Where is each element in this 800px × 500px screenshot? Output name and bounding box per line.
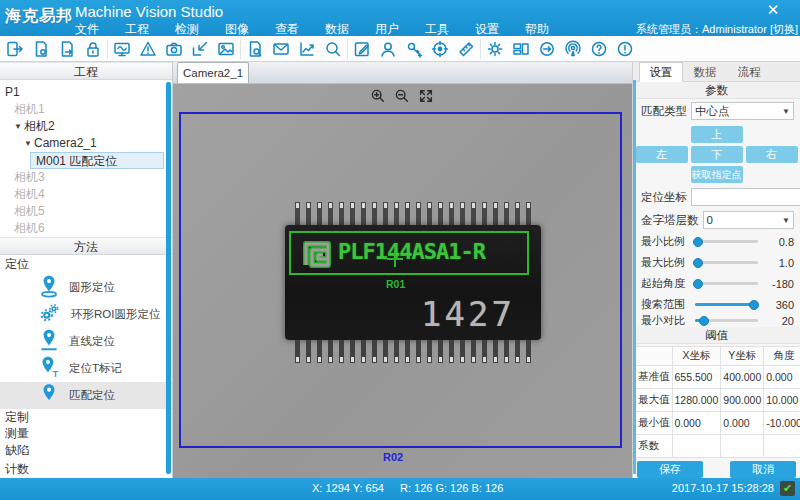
table-row: 最大值 1280.000 900.000 10.000	[636, 389, 800, 412]
save-button[interactable]: 保存	[637, 461, 703, 478]
locate-coord-label: 定位坐标	[641, 190, 687, 205]
import-icon[interactable]	[187, 37, 213, 61]
document-search-icon[interactable]	[242, 37, 268, 61]
toolbar-separator	[107, 39, 108, 59]
layout-icon[interactable]	[508, 37, 534, 61]
camera-icon[interactable]	[161, 37, 187, 61]
zoom-out-icon[interactable]	[393, 88, 411, 104]
method-group-custom[interactable]: 定制	[0, 409, 172, 425]
image-viewer: Camera2_1 R02 PLF144ASA1-R R01	[173, 62, 632, 478]
search-icon[interactable]	[320, 37, 346, 61]
method-group-defect[interactable]: 缺陷	[0, 442, 172, 459]
tree-item-camera5[interactable]: 相机5	[0, 203, 172, 220]
min-scale-slider[interactable]	[695, 240, 758, 243]
tree-item-camera3[interactable]: 相机3	[0, 169, 172, 186]
status-ok-icon: ✔	[780, 481, 795, 496]
document-export-icon[interactable]	[54, 37, 80, 61]
slider-knob[interactable]	[693, 258, 703, 268]
main-toolbar	[0, 36, 800, 62]
switch-user-link[interactable]: [切换]	[770, 23, 798, 35]
slider-knob[interactable]	[693, 279, 703, 289]
tree-item-m001-selected[interactable]: M001 匹配定位	[30, 152, 164, 169]
user-role-label: 系统管理员：Administrator	[636, 23, 767, 35]
cursor-position: X: 1294 Y: 654	[312, 482, 384, 494]
cancel-button[interactable]: 取消	[730, 461, 796, 478]
refresh-icon[interactable]	[534, 37, 560, 61]
chart-icon[interactable]	[294, 37, 320, 61]
match-type-select[interactable]: 中心点 ▼	[691, 102, 794, 120]
zoom-in-icon[interactable]	[369, 88, 387, 104]
col-angle: 角度	[764, 347, 800, 366]
slider-knob[interactable]	[699, 316, 709, 326]
key-add-icon[interactable]	[401, 37, 427, 61]
monitor-icon[interactable]	[109, 37, 135, 61]
method-ring-roi-circle-locate[interactable]: 环形ROI圆形定位	[0, 301, 172, 328]
min-contrast-slider[interactable]	[695, 319, 758, 322]
viewer-tab-bar: Camera2_1	[173, 62, 632, 84]
match-roi-rect[interactable]: PLF144ASA1-R	[289, 231, 529, 275]
right-panel-scrollbar[interactable]	[633, 80, 636, 474]
method-match-locate-selected[interactable]: 匹配定位	[0, 382, 172, 409]
search-range-slider[interactable]	[695, 303, 758, 306]
tree-item-camera6[interactable]: 相机6	[0, 220, 172, 237]
document-settings-icon[interactable]	[28, 37, 54, 61]
target-icon[interactable]	[427, 37, 453, 61]
tree-item-camera2-1[interactable]: ▼Camera2_1	[0, 135, 172, 152]
slider-knob[interactable]	[693, 237, 703, 247]
image-icon[interactable]	[213, 37, 239, 61]
tree-item-p1[interactable]: P1	[0, 84, 172, 101]
svg-text:T: T	[53, 368, 59, 378]
settings-gear-icon[interactable]	[482, 37, 508, 61]
project-panel-header: 工程	[0, 62, 172, 80]
right-button[interactable]: 右	[746, 146, 798, 163]
tab-flow[interactable]: 流程	[727, 62, 771, 82]
start-angle-slider[interactable]	[695, 282, 758, 285]
tab-camera2-1[interactable]: Camera2_1	[177, 62, 249, 83]
get-point-button[interactable]: 获取指定点	[691, 166, 743, 183]
pyramid-label: 金字塔层数	[641, 213, 699, 228]
search-region-label: R02	[383, 451, 403, 463]
fit-view-icon[interactable]	[417, 88, 435, 104]
chip-logo	[299, 236, 335, 276]
broadcast-icon[interactable]	[560, 37, 586, 61]
left-panel-scrollbar[interactable]	[166, 82, 171, 474]
method-circle-locate[interactable]: 圆形定位	[0, 274, 172, 301]
search-range-slider-row: 搜索范围 360	[633, 294, 800, 315]
brand-logo: 海克易邦	[5, 6, 73, 27]
chip-body: PLF144ASA1-R R01 1427	[285, 225, 541, 340]
close-button[interactable]: ✕	[762, 1, 784, 19]
camera-image-canvas[interactable]: R02 PLF144ASA1-R R01 1427	[173, 84, 632, 478]
method-group-locate[interactable]: 定位	[0, 255, 172, 274]
tree-item-camera1[interactable]: 相机1	[0, 101, 172, 118]
expand-arrow-icon[interactable]: ▼	[14, 118, 24, 135]
method-group-count[interactable]: 计数	[0, 459, 172, 478]
left-button[interactable]: 左	[636, 146, 688, 163]
up-button[interactable]: 上	[691, 126, 743, 143]
mail-icon[interactable]	[268, 37, 294, 61]
edit-icon[interactable]	[349, 37, 375, 61]
down-button[interactable]: 下	[691, 146, 743, 163]
logout-icon[interactable]	[2, 37, 28, 61]
help-icon[interactable]	[586, 37, 612, 61]
about-icon[interactable]	[612, 37, 638, 61]
title-bar: 海克易邦 Machine Vision Studio ✕ 文件 工程 检测 图像…	[0, 0, 800, 36]
tab-data[interactable]: 数据	[683, 62, 727, 82]
slider-knob[interactable]	[749, 300, 759, 310]
match-center-crosshair-icon	[387, 251, 403, 267]
max-scale-slider[interactable]	[695, 261, 758, 264]
tree-item-camera2[interactable]: ▼相机2	[0, 118, 172, 135]
user-icon[interactable]	[375, 37, 401, 61]
tab-settings[interactable]: 设置	[639, 62, 683, 82]
warning-icon[interactable]	[135, 37, 161, 61]
method-panel-header: 方法	[0, 237, 172, 255]
locate-coord-input[interactable]	[691, 188, 800, 206]
pyramid-row: 金字塔层数 0 ▼	[633, 208, 800, 231]
expand-arrow-icon[interactable]: ▼	[24, 135, 34, 152]
lock-icon[interactable]	[80, 37, 106, 61]
method-group-measure[interactable]: 测量	[0, 425, 172, 442]
method-line-locate[interactable]: 直线定位	[0, 328, 172, 355]
pyramid-select[interactable]: 0 ▼	[703, 211, 795, 229]
ruler-icon[interactable]	[453, 37, 479, 61]
method-locate-t-mark[interactable]: T 定位T标记	[0, 355, 172, 382]
tree-item-camera4[interactable]: 相机4	[0, 186, 172, 203]
